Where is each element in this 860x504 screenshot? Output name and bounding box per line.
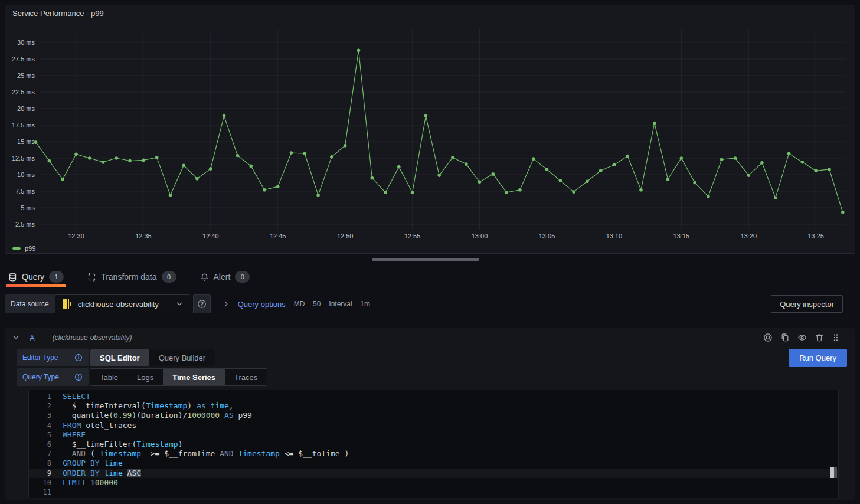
question-circle-icon [197, 299, 207, 309]
datasource-value: clickhouse-observability [78, 300, 171, 309]
tab-alert[interactable]: Alert 0 [199, 267, 251, 287]
svg-text:20 ms: 20 ms [17, 105, 35, 112]
line-number: 11 [29, 487, 51, 497]
transform-icon [87, 273, 96, 282]
info-circle-icon[interactable] [74, 373, 83, 381]
line-number: 3 [29, 411, 51, 420]
tab-query-badge: 1 [49, 271, 64, 283]
editor-type-option-sql-editor[interactable]: SQL Editor [90, 349, 149, 366]
line-number: 9 [29, 469, 51, 478]
disable-query-button[interactable] [763, 333, 773, 342]
svg-text:17.5 ms: 17.5 ms [12, 122, 35, 129]
chevron-right-icon[interactable] [223, 300, 230, 307]
svg-text:12:55: 12:55 [404, 233, 421, 240]
disable-query-icon [763, 333, 773, 342]
code-line[interactable]: 10LIMIT 100000 [29, 478, 838, 487]
svg-text:30 ms: 30 ms [17, 39, 35, 46]
code-text: $__timeFilter(Timestamp) [63, 440, 183, 449]
svg-text:13:00: 13:00 [472, 233, 488, 240]
timeseries-chart[interactable]: 30 ms27.5 ms25 ms22.5 ms20 ms17.5 ms15 m… [5, 5, 856, 254]
datasource-help-button[interactable] [193, 294, 211, 313]
info-circle-icon[interactable] [74, 354, 83, 362]
code-line[interactable]: 9ORDER BY time ASC [29, 469, 838, 478]
tab-transform-data[interactable]: Transform data 0 [86, 267, 177, 287]
svg-text:13:25: 13:25 [807, 233, 824, 240]
query-row-header[interactable]: A (clickhouse-observability) [5, 328, 855, 347]
editor-type-toggle: SQL Editor Query Builder [90, 349, 215, 366]
query-type-toggle: Table Logs Time Series Traces [90, 368, 267, 386]
svg-text:2.5 ms: 2.5 ms [15, 221, 35, 228]
svg-text:7.5 ms: 7.5 ms [15, 188, 35, 195]
query-options-bar: Query options MD = 50 Interval = 1m [223, 300, 771, 309]
svg-text:25 ms: 25 ms [17, 72, 35, 79]
query-type-option-traces[interactable]: Traces [225, 369, 267, 385]
line-number: 8 [29, 459, 51, 468]
duplicate-query-button[interactable] [780, 333, 790, 342]
datasource-picker[interactable]: clickhouse-observability [55, 294, 189, 313]
svg-text:13:20: 13:20 [741, 233, 757, 240]
eye-icon [797, 333, 807, 342]
datasource-label: Data source [5, 294, 55, 313]
code-line[interactable]: 5WHERE [29, 430, 838, 440]
grip-dots-icon [832, 333, 840, 342]
svg-text:22.5 ms: 22.5 ms [12, 89, 35, 96]
query-datasource-hint: (clickhouse-observability) [53, 333, 763, 342]
clickhouse-logo-icon [61, 298, 73, 310]
editor-scrollbar-cursor-mark[interactable] [830, 467, 837, 478]
query-options-interval: Interval = 1m [329, 300, 370, 308]
code-line[interactable]: 4FROM otel_traces [29, 421, 838, 430]
editor-tabbar: Query 1 Transform data 0 Alert 0 [0, 267, 860, 287]
query-options-md: MD = 50 [294, 300, 321, 308]
query-editor-card: A (clickhouse-observability) [5, 328, 855, 500]
query-ref-id: A [30, 333, 35, 342]
editor-type-option-query-builder[interactable]: Query Builder [149, 349, 215, 366]
line-number: 10 [29, 478, 51, 487]
svg-text:27.5 ms: 27.5 ms [12, 55, 35, 63]
svg-text:5 ms: 5 ms [21, 204, 35, 211]
query-options-link[interactable]: Query options [238, 300, 286, 309]
svg-text:13:05: 13:05 [539, 233, 555, 240]
horizontal-scrollbar-thumb[interactable] [372, 258, 479, 261]
tab-label: Transform data [101, 272, 156, 282]
drag-handle[interactable] [832, 333, 840, 342]
code-text: LIMIT 100000 [63, 478, 118, 487]
tab-label: Alert [214, 272, 231, 282]
run-query-button[interactable]: Run Query [789, 349, 847, 367]
code-text: SELECT [63, 392, 90, 401]
svg-text:12.5 ms: 12.5 ms [12, 155, 35, 162]
svg-text:13:10: 13:10 [606, 233, 623, 240]
query-type-option-logs[interactable]: Logs [127, 369, 163, 385]
query-inspector-button[interactable]: Query inspector [771, 295, 843, 313]
line-number: 6 [29, 440, 51, 449]
query-editor-body: Editor Type SQL Editor Query Builder Run… [5, 347, 855, 498]
tab-query[interactable]: Query 1 [7, 267, 65, 287]
hide-response-button[interactable] [797, 333, 807, 342]
code-line[interactable]: 11 [29, 487, 838, 497]
code-line[interactable]: 8GROUP BY time [29, 459, 838, 468]
tab-label: Query [22, 272, 44, 282]
code-line[interactable]: 2 $__timeInterval(Timestamp) as time, [29, 401, 838, 411]
svg-text:12:40: 12:40 [202, 233, 219, 240]
remove-query-button[interactable] [815, 333, 824, 342]
query-type-option-time-series[interactable]: Time Series [163, 369, 225, 385]
code-line[interactable]: 7 AND ( Timestamp >= $__fromTime AND Tim… [29, 449, 838, 459]
chart-legend[interactable]: p99 [12, 245, 35, 252]
collapse-chevron-icon[interactable] [12, 333, 20, 342]
bell-icon [200, 273, 209, 282]
timeseries-panel: 30 ms27.5 ms25 ms22.5 ms20 ms17.5 ms15 m… [5, 5, 855, 254]
code-line[interactable]: 6 $__timeFilter(Timestamp) [29, 440, 838, 449]
query-type-option-table[interactable]: Table [90, 369, 127, 385]
grafana-edit-panel-page: 30 ms27.5 ms25 ms22.5 ms20 ms17.5 ms15 m… [0, 0, 860, 504]
svg-text:10 ms: 10 ms [17, 171, 35, 178]
legend-swatch [12, 247, 21, 250]
legend-label: p99 [25, 245, 35, 252]
code-text: AND ( Timestamp >= $__fromTime AND Times… [63, 449, 349, 459]
datasource-row: Data source clickhouse-observability Que… [5, 294, 855, 313]
svg-text:12:45: 12:45 [270, 233, 286, 240]
tab-alert-badge: 0 [235, 271, 250, 283]
chevron-down-icon [176, 300, 183, 307]
code-line[interactable]: 3 quantile(0.99)(Duration)/1000000 AS p9… [29, 411, 838, 420]
svg-text:15 ms: 15 ms [17, 138, 35, 145]
sql-code-editor[interactable]: 1SELECT2 $__timeInterval(Timestamp) as t… [28, 390, 839, 498]
code-line[interactable]: 1SELECT [29, 392, 838, 401]
